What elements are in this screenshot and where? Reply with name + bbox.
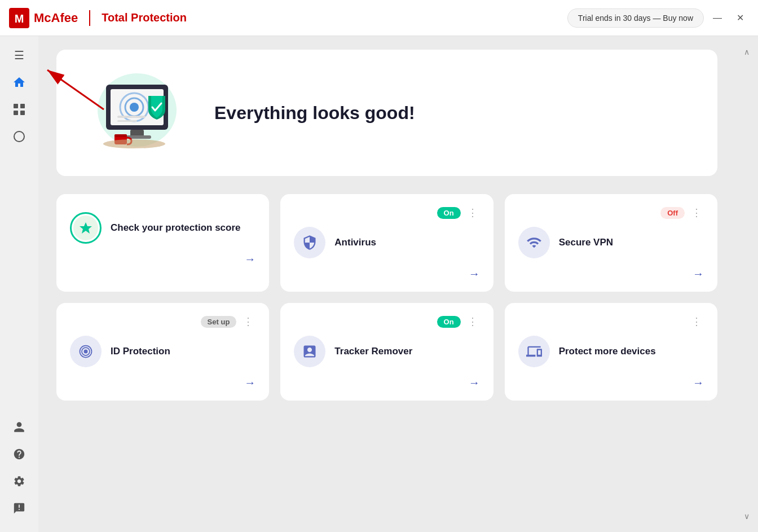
content-area: Everything looks good! Check your protec… xyxy=(38,36,735,532)
tracker-remover-icon-circle xyxy=(294,336,325,367)
svg-rect-4 xyxy=(14,111,18,115)
svg-point-24 xyxy=(84,350,88,354)
svg-text:M: M xyxy=(15,12,24,25)
feature-card-body-antivirus: Antivirus xyxy=(294,227,479,258)
sidebar: ☰ xyxy=(0,36,38,532)
mcafee-logo-text: McAfee xyxy=(34,11,78,25)
feature-card-protect-devices[interactable]: ⋮ Protect more devices → xyxy=(505,303,717,401)
svg-rect-3 xyxy=(20,104,25,108)
id-protection-arrow: → xyxy=(244,376,255,389)
tracker-remover-badge: On xyxy=(437,316,461,328)
feature-card-top-vpn: Off ⋮ xyxy=(518,205,704,220)
title-bar: M McAfee Total Protection Trial ends in … xyxy=(0,0,758,36)
hero-illustration xyxy=(83,68,196,158)
sidebar-home-icon[interactable] xyxy=(7,70,32,95)
feature-card-secure-vpn[interactable]: Off ⋮ Secure VPN → xyxy=(505,194,717,292)
sidebar-user-icon[interactable] xyxy=(7,415,32,439)
sidebar-circle-icon[interactable] xyxy=(7,124,32,149)
feature-card-body-id: ID Protection xyxy=(70,336,255,367)
feature-card-body-protection: Check your protection score xyxy=(70,212,255,244)
vpn-arrow: → xyxy=(693,267,704,280)
protection-score-icon-circle xyxy=(70,212,102,244)
feature-card-body-tracker: Tracker Remover xyxy=(294,336,479,367)
main-layout: ☰ xyxy=(0,36,758,532)
sidebar-settings-icon[interactable] xyxy=(7,469,32,494)
antivirus-badge: On xyxy=(437,207,461,219)
title-bar-left: M McAfee Total Protection xyxy=(9,8,187,28)
sidebar-bottom xyxy=(7,415,32,525)
svg-rect-15 xyxy=(117,116,146,118)
id-protection-badge: Set up xyxy=(201,316,237,328)
svg-point-6 xyxy=(14,131,24,142)
sidebar-help-icon[interactable] xyxy=(7,442,32,467)
trial-badge-button[interactable]: Trial ends in 30 days — Buy now xyxy=(567,8,704,28)
svg-rect-20 xyxy=(114,134,127,137)
svg-point-14 xyxy=(130,103,139,112)
vpn-icon-circle xyxy=(518,227,550,258)
svg-rect-2 xyxy=(14,104,18,108)
scroll-controls: ∧ ∨ xyxy=(735,36,758,532)
title-bar-right: Trial ends in 30 days — Buy now — ✕ xyxy=(567,8,749,28)
protect-devices-icon-circle xyxy=(518,336,550,367)
antivirus-more-button[interactable]: ⋮ xyxy=(465,205,480,220)
sidebar-feedback-icon[interactable] xyxy=(7,496,32,521)
feature-card-top-id: Set up ⋮ xyxy=(70,314,255,329)
sidebar-menu-icon[interactable]: ☰ xyxy=(7,43,32,68)
feature-card-antivirus[interactable]: On ⋮ Antivirus → xyxy=(280,194,493,292)
title-divider xyxy=(89,10,90,26)
protection-score-arrow: → xyxy=(244,253,255,266)
id-protection-more-button[interactable]: ⋮ xyxy=(241,314,255,329)
sidebar-apps-icon[interactable] xyxy=(7,97,32,122)
protect-devices-arrow: → xyxy=(693,376,704,389)
feature-card-tracker-remover[interactable]: On ⋮ Tracker Remover → xyxy=(280,303,493,401)
feature-card-id-protection[interactable]: Set up ⋮ ID Protection → xyxy=(56,303,269,401)
scroll-down-button[interactable]: ∨ xyxy=(738,507,756,525)
feature-card-body-devices: Protect more devices xyxy=(518,336,704,367)
feature-card-top-tracker: On ⋮ xyxy=(294,314,479,329)
tracker-remover-arrow: → xyxy=(469,376,480,389)
feature-card-top-devices: ⋮ xyxy=(518,314,704,329)
feature-grid: Check your protection score → On ⋮ xyxy=(56,194,717,401)
mcafee-logo-icon: M xyxy=(9,8,29,28)
close-button[interactable]: ✕ xyxy=(731,9,749,27)
tracker-remover-more-button[interactable]: ⋮ xyxy=(465,314,480,329)
svg-point-21 xyxy=(103,139,165,148)
feature-card-body-vpn: Secure VPN xyxy=(518,227,704,258)
svg-rect-5 xyxy=(20,111,25,115)
feature-card-protection-score[interactable]: Check your protection score → xyxy=(56,194,269,292)
scroll-up-button[interactable]: ∧ xyxy=(738,43,756,61)
vpn-badge: Off xyxy=(660,207,685,219)
minimize-button[interactable]: — xyxy=(708,9,726,27)
protect-devices-more-button[interactable]: ⋮ xyxy=(689,314,704,329)
mcafee-logo: M McAfee xyxy=(9,8,78,28)
hero-message: Everything looks good! xyxy=(214,103,415,124)
svg-rect-16 xyxy=(117,120,137,122)
id-protection-icon-circle xyxy=(70,336,102,367)
vpn-more-button[interactable]: ⋮ xyxy=(689,205,704,220)
hero-card: Everything looks good! xyxy=(56,50,717,176)
feature-card-top-antivirus: On ⋮ xyxy=(294,205,479,220)
antivirus-arrow: → xyxy=(469,267,480,280)
app-title: Total Protection xyxy=(102,11,187,24)
antivirus-icon-circle xyxy=(294,227,325,258)
